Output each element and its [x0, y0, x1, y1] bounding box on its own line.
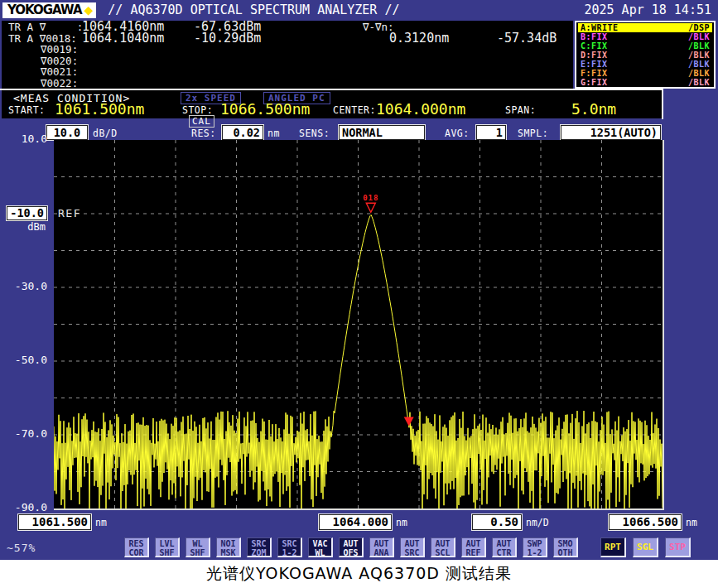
trace-status-panel: A:WRITE/DSPB:FIX/BLKC:FIX/BLKD:FIX/BLKE:… [575, 21, 716, 89]
osa-screen: YOKOGAWA ◆ // AQ6370D OPTICAL SPECTRUM A… [0, 0, 718, 560]
softkey-aut-scl[interactable]: AUTSCL [431, 537, 455, 557]
trace-mode: /BLK [688, 60, 710, 69]
trace-mode: /BLK [688, 32, 710, 41]
x-axis-tick: 1061.500 [18, 514, 91, 530]
softkey-aut-ref[interactable]: AUTREF [461, 537, 486, 557]
softkey-lvl-shf[interactable]: LVLSHF [155, 537, 180, 557]
caption: 光谱仪YOKOGAWA AQ6370D 测试结果 [0, 560, 718, 588]
x-axis-unit: nm [686, 517, 697, 528]
level-scale-unit: dB/D [93, 128, 118, 139]
center-label: CENTER: [333, 104, 376, 116]
marker-readout-cell: -57.34dB [497, 33, 557, 44]
sweep-progress: ~57% [7, 542, 36, 554]
y-axis-tick: -70.0 [15, 427, 47, 440]
sens-value: NORMAL [339, 125, 425, 140]
softkey-res-cor[interactable]: RESCOR [124, 537, 149, 557]
trace-row-c[interactable]: C:FIX/BLK [578, 41, 712, 51]
center-wavelength: 1064.000nm [376, 100, 465, 118]
marker-readout-cell: 1064.1040nm [82, 33, 164, 44]
res-value: 0.02 [222, 125, 263, 140]
softkey-wl-shf[interactable]: WLSHF [186, 537, 210, 557]
x-axis-unit: nm [95, 517, 107, 528]
key-rpt[interactable]: RPT [600, 537, 626, 557]
meas-condition-panel: <MEAS CONDITION> 2x SPEED ANGLED PC STAR… [2, 90, 662, 118]
softkey-src-1-2[interactable]: SRC1-2 [277, 537, 302, 557]
trace-mode: /BLK [688, 51, 710, 60]
avg-value: 1 [476, 125, 506, 140]
x-axis-tick: 1066.500 [609, 514, 682, 530]
trace-mode: /BLK [688, 78, 710, 87]
marker-readout-cell: -10.29dBm [194, 33, 261, 44]
span-label: SPAN: [505, 104, 536, 116]
span-value: 5.0nm [571, 100, 616, 118]
yokogawa-logo: YOKOGAWA ◆ [2, 2, 96, 18]
res-label: RES: [191, 128, 216, 139]
marker-readout-cell: 0.3120nm [389, 33, 449, 44]
avg-label: AVG: [445, 128, 470, 139]
softkey-aut-ofs[interactable]: AUTOFS [339, 537, 364, 557]
trace-row-a[interactable]: A:WRITE/DSP [578, 23, 712, 32]
x-axis-tick: 1064.000 [319, 514, 392, 530]
start-wavelength: 1061.500nm [55, 100, 144, 118]
softkey-aut-ana[interactable]: AUTANA [369, 537, 394, 557]
trace-name: B:FIX [581, 32, 608, 41]
smpl-value: 1251(AUTO) [561, 125, 661, 140]
softkey-aut-src[interactable]: AUTSRC [400, 537, 425, 557]
level-scale-value: 10.0 [46, 125, 88, 140]
stop-wavelength: 1066.500nm [220, 100, 310, 118]
softkey-smo-oth[interactable]: SMOOTH [553, 537, 578, 557]
trace-row-g[interactable]: G:FIX/BLK [578, 78, 712, 87]
sens-label: SENS: [299, 128, 330, 139]
trace-name: C:FIX [581, 41, 608, 51]
marker-readout-cell: TR A ∇0018: [8, 33, 77, 44]
spectrum-plot: REF018 [54, 140, 664, 510]
trace-name: E:FIX [581, 60, 608, 69]
marker-readout-cell: TR A ∇ : [8, 22, 83, 32]
y-axis-unit: dBm [27, 221, 46, 233]
trace-name: G:FIX [581, 78, 608, 87]
trace-name: A:WRITE [581, 23, 619, 32]
softkey-src-zom[interactable]: SRCZOM [247, 537, 272, 557]
y-axis-tick: -90.0 [15, 501, 47, 513]
softkey-swp-1-2[interactable]: SWP1-2 [523, 537, 547, 557]
marker-readout-cell: ∇0021: [41, 66, 78, 77]
peak-marker-label: 018 [363, 194, 378, 202]
trace-row-f[interactable]: F:FIX/BLK [578, 69, 712, 78]
marker-readout-cell: ∇0020: [41, 55, 78, 66]
trace-mode: /BLK [688, 69, 710, 78]
marker-readout-cell: ∇0019: [41, 44, 78, 55]
trace-name: D:FIX [581, 51, 608, 60]
settings-row: 10.0 dB/D CAL RES: 0.02 nm SENS: NORMAL … [0, 118, 718, 140]
logo-diamond-icon: ◆ [84, 3, 93, 17]
titlebar: YOKOGAWA ◆ // AQ6370D OPTICAL SPECTRUM A… [0, 0, 718, 20]
trace-name: F:FIX [581, 69, 608, 78]
y-axis-tick: -10.0 [7, 206, 47, 220]
x-axis-tick: 0.50 [472, 514, 522, 530]
trace-row-b[interactable]: B:FIX/BLK [578, 32, 712, 41]
softkey-vac-wl[interactable]: VACWL [308, 537, 333, 557]
marker-readout-panel: TR A ∇ :1064.4160nm-67.63dBm∇-∇n:TR A ∇0… [2, 21, 573, 89]
res-unit: nm [267, 128, 280, 139]
softkey-toolbar: ~57% RESCORLVLSHFWLSHFNOIMSKSRCZOMSRC1-2… [0, 537, 718, 560]
x-axis-unit: nm [396, 517, 407, 528]
key-stp[interactable]: STP [665, 537, 691, 557]
logo-text: YOKOGAWA [7, 2, 82, 17]
spectrum-chart-svg: REF018 [54, 140, 663, 508]
y-axis-tick: -50.0 [15, 354, 47, 366]
softkey-noi-msk[interactable]: NOIMSK [216, 537, 241, 557]
key-sgl[interactable]: SGL [633, 537, 658, 557]
divider [662, 89, 663, 119]
trace-mode: /BLK [688, 41, 710, 51]
trace-row-d[interactable]: D:FIX/BLK [578, 51, 712, 60]
start-label: START: [8, 104, 46, 116]
app-title: // AQ6370D OPTICAL SPECTRUM ANALYZER // [108, 2, 399, 17]
y-axis-tick: -30.0 [15, 280, 47, 292]
softkey-aut-ctr[interactable]: AUTCTR [492, 537, 517, 557]
datetime: 2025 Apr 18 14:51 [584, 2, 711, 17]
trace-row-e[interactable]: E:FIX/BLK [578, 60, 712, 69]
cal-badge: CAL [189, 115, 214, 128]
x-axis-unit: nm/D [526, 517, 549, 528]
stop-label: STOP: [182, 104, 213, 116]
y-axis-tick: 10.0 [22, 133, 47, 145]
marker-readout-cell: ∇0022: [41, 78, 78, 89]
